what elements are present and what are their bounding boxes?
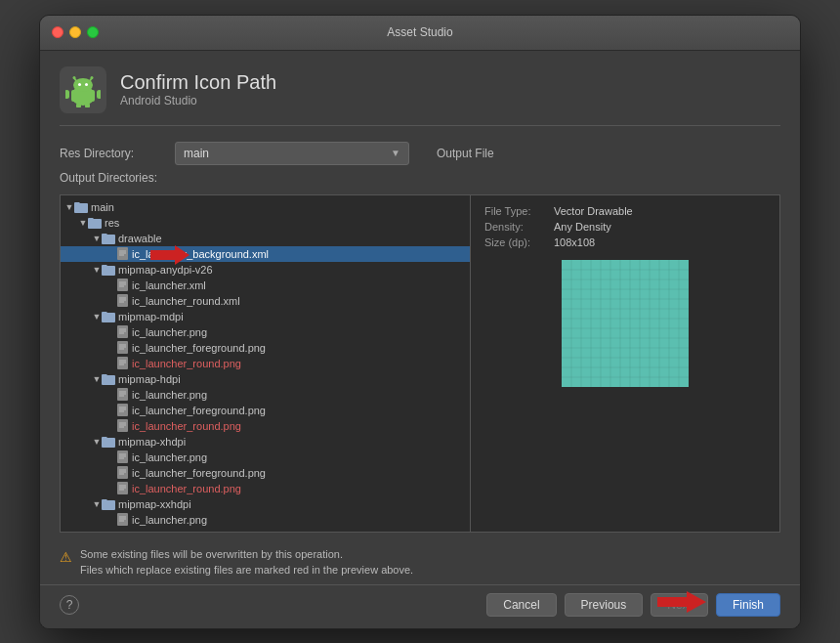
form-area: Res Directory: main ▼ Output File Output… [60, 142, 780, 185]
tree-item-label: drawable [118, 233, 162, 244]
footer-left: ? [60, 595, 79, 615]
tree-toggle-icon: ▼ [92, 374, 102, 384]
file-icon [115, 513, 129, 527]
tree-body: ▼main▼res▼drawableic_launcher_background… [61, 195, 470, 532]
output-file-header-label: Output File [437, 147, 494, 160]
cancel-button[interactable]: Cancel [486, 593, 556, 617]
tree-item-ic_launcher_round_xml[interactable]: ic_launcher_round.xml [61, 293, 470, 309]
tree-item-label: ic_launcher.png [132, 514, 207, 526]
tree-item-ic_launcher_fg_hdpi[interactable]: ic_launcher_foreground.png [61, 403, 470, 418]
tree-item-main[interactable]: ▼main [61, 199, 470, 215]
svg-point-7 [78, 83, 81, 86]
tree-item-label: ic_launcher_foreground.png [132, 405, 266, 416]
help-button[interactable]: ? [60, 595, 79, 615]
prop-density-label: Density: [484, 221, 548, 233]
svg-point-6 [73, 78, 93, 92]
tree-toggle-icon: ▼ [64, 202, 74, 212]
res-directory-label: Res Directory: [60, 147, 167, 160]
prop-filetype: File Type: Vector Drawable [484, 205, 766, 217]
tree-item-ic_launcher_round_hdpi[interactable]: ic_launcher_round.png [61, 418, 470, 434]
output-file-panel: File Type: Vector Drawable Density: Any … [471, 195, 779, 532]
warning-bar: ⚠ Some existing files will be overwritte… [60, 540, 780, 584]
previous-button[interactable]: Previous [565, 593, 644, 617]
tree-item-mipmap_xhdpi[interactable]: ▼mipmap-xhdpi [61, 434, 470, 450]
minimize-button[interactable] [69, 26, 81, 38]
svg-point-8 [85, 83, 88, 86]
output-props: File Type: Vector Drawable Density: Any … [484, 205, 766, 248]
svg-rect-66 [562, 260, 689, 387]
tree-toggle-icon: ▼ [92, 437, 102, 447]
tree-item-mipmap_mdpi[interactable]: ▼mipmap-mdpi [61, 309, 470, 324]
header-text: Confirm Icon Path Android Studio [120, 71, 276, 107]
tree-item-ic_launcher_png_mdpi[interactable]: ic_launcher.png [61, 324, 470, 340]
res-directory-row: Res Directory: main ▼ Output File [60, 142, 780, 165]
tree-item-ic_launcher_png_hdpi[interactable]: ic_launcher.png [61, 387, 470, 403]
tree-item-ic_launcher_fg_mdpi[interactable]: ic_launcher_foreground.png [61, 340, 470, 356]
file-icon [115, 482, 129, 495]
tree-item-label: ic_launcher.png [132, 389, 207, 401]
dialog-title: Confirm Icon Path [120, 71, 276, 94]
prop-density: Density: Any Density [484, 221, 766, 233]
main-content: Confirm Icon Path Android Studio Res Dir… [40, 51, 800, 584]
svg-rect-11 [76, 103, 81, 107]
folder-icon [102, 435, 115, 449]
tree-item-res[interactable]: ▼res [61, 215, 470, 231]
tree-item-ic_launcher_png_xhdpi[interactable]: ic_launcher.png [61, 450, 470, 465]
file-icon [115, 325, 129, 339]
dialog-subtitle: Android Studio [120, 94, 276, 107]
tree-item-ic_launcher_fg_xhdpi[interactable]: ic_launcher_foreground.png [61, 465, 470, 481]
folder-icon [102, 497, 115, 511]
tree-item-label: mipmap-mdpi [118, 311, 184, 322]
preview-area [484, 260, 766, 387]
tree-item-ic_launcher_png_xxhdpi[interactable]: ic_launcher.png [61, 512, 470, 528]
warning-icon: ⚠ [60, 547, 72, 568]
asset-studio-window: Asset Studio [39, 15, 801, 629]
folder-icon [88, 216, 102, 230]
file-icon [115, 419, 129, 433]
tree-toggle-icon: ▼ [92, 234, 102, 243]
tree-item-mipmap_hdpi[interactable]: ▼mipmap-hdpi [61, 371, 470, 387]
res-directory-dropdown[interactable]: main ▼ [175, 142, 409, 165]
android-icon [65, 72, 101, 107]
svg-point-3 [73, 76, 76, 79]
close-button[interactable] [52, 26, 63, 38]
maximize-button[interactable] [87, 26, 99, 38]
file-icon [115, 279, 129, 292]
next-button[interactable]: Next [651, 593, 708, 617]
tree-item-ic_launcher_round_mdpi[interactable]: ic_launcher_round.png [61, 356, 470, 371]
file-icon [115, 388, 129, 402]
tree-item-label: mipmap-xxhdpi [118, 498, 191, 510]
prop-size: Size (dp): 108x108 [484, 236, 766, 248]
tree-item-ic_launcher_xml[interactable]: ic_launcher.xml [61, 278, 470, 293]
android-logo [60, 66, 106, 113]
tree-item-ic_launcher_round_xhdpi[interactable]: ic_launcher_round.png [61, 481, 470, 496]
titlebar: Asset Studio [40, 16, 800, 51]
output-directories-row: Output Directories: [60, 171, 780, 185]
main-panels: ▼main▼res▼drawableic_launcher_background… [60, 194, 780, 533]
tree-item-label: ic_launcher_round.png [132, 483, 241, 494]
file-icon [115, 247, 129, 261]
tree-item-ic_launcher_background[interactable]: ic_launcher_background.xml [61, 246, 470, 262]
file-icon [115, 294, 129, 308]
folder-icon [102, 263, 115, 277]
warning-text: Some existing files will be overwritten … [80, 546, 413, 579]
tree-item-drawable[interactable]: ▼drawable [61, 231, 470, 246]
tree-item-label: ic_launcher_foreground.png [132, 467, 266, 479]
tree-item-label: res [105, 217, 119, 229]
file-icon [115, 404, 129, 417]
tree-item-mipmap_xxhdpi[interactable]: ▼mipmap-xxhdpi [61, 496, 470, 512]
tree-item-mipmap_v26[interactable]: ▼mipmap-anydpi-v26 [61, 262, 470, 278]
footer-right: Cancel Previous Next Finish [486, 593, 780, 617]
warning-line1: Some existing files will be overwritten … [80, 546, 413, 563]
file-icon [115, 450, 129, 464]
folder-icon [102, 232, 115, 245]
tree-item-label: ic_launcher.png [132, 451, 207, 463]
prop-filetype-label: File Type: [484, 205, 548, 217]
footer: ? Cancel Previous Next Finish [40, 584, 800, 628]
tree-item-label: mipmap-hdpi [118, 373, 181, 385]
svg-point-5 [91, 76, 94, 79]
tree-item-label: ic_launcher_round.png [132, 420, 241, 432]
tree-panel: ▼main▼res▼drawableic_launcher_background… [61, 195, 471, 532]
finish-button[interactable]: Finish [716, 593, 780, 617]
tree-toggle-icon: ▼ [92, 499, 102, 509]
